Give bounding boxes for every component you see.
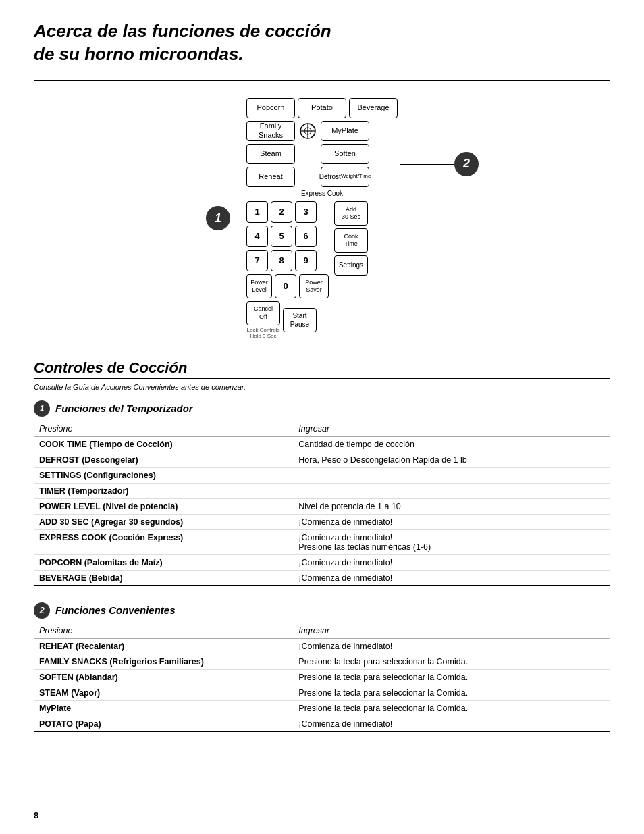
key-6[interactable]: 6 <box>295 226 317 247</box>
press-cell: STEAM (Vapor) <box>34 685 293 700</box>
numpad-row-3: 7 8 9 <box>246 250 329 271</box>
key-4[interactable]: 4 <box>246 226 268 247</box>
cooking-controls-section: Controles de Cocción Consulte la Guía de… <box>34 359 610 732</box>
press-cell: SOFTEN (Ablandar) <box>34 669 293 685</box>
funciones-temporizador-section: 1 Funciones del Temporizador Presione In… <box>34 400 610 586</box>
func1-title: Funciones del Temporizador <box>55 402 193 414</box>
press-cell: COOK TIME (Tiempo de Cocción) <box>34 436 293 452</box>
func1-header: 1 Funciones del Temporizador <box>34 400 610 417</box>
enter-cell <box>293 483 610 498</box>
table-row: MyPlatePresione la tecla para selecciona… <box>34 700 610 716</box>
table-row: STEAM (Vapor)Presione la tecla para sele… <box>34 685 610 700</box>
power-level-key[interactable]: PowerLevel <box>246 274 272 298</box>
enter-cell: Presione la tecla para seleccionar la Co… <box>293 700 610 716</box>
func2-col2: Ingresar <box>293 623 610 638</box>
section-title: Controles de Cocción <box>34 359 610 377</box>
press-cell: POTATO (Papa) <box>34 716 293 731</box>
table-row: BEVERAGE (Bebida)¡Comienza de inmediato! <box>34 570 610 585</box>
badge-2-line <box>400 164 454 165</box>
express-cook-label: Express Cook <box>246 190 398 197</box>
table-row: POWER LEVEL (Nivel de potencia)Nivel de … <box>34 498 610 514</box>
enter-cell: Presione la tecla para seleccionar la Co… <box>293 654 610 669</box>
table-row: DEFROST (Descongelar)Hora, Peso o Descon… <box>34 452 610 467</box>
table-row: POPCORN (Palomitas de Maíz)¡Comienza de … <box>34 554 610 570</box>
keypad-row-3: Steam Soften <box>246 144 398 164</box>
enter-cell: ¡Comienza de inmediato! <box>293 570 610 585</box>
press-cell: POPCORN (Palomitas de Maíz) <box>34 554 293 570</box>
reheat-key[interactable]: Reheat <box>246 167 295 187</box>
potato-key[interactable]: Potato <box>298 98 346 118</box>
table-row: ADD 30 SEC (Agregar 30 segundos)¡Comienz… <box>34 514 610 529</box>
enter-cell: ¡Comienza de inmediato! <box>293 716 610 731</box>
func1-badge: 1 <box>34 400 50 417</box>
key-1[interactable]: 1 <box>246 201 268 223</box>
enter-cell: ¡Comienza de inmediato! <box>293 514 610 529</box>
page-number: 8 <box>34 810 38 820</box>
cook-time-key[interactable]: CookTime <box>334 228 368 253</box>
table-row: FAMILY SNACKS (Refrigerios Familiares)Pr… <box>34 654 610 669</box>
enter-cell: Nivel de potencia de 1 a 10 <box>293 498 610 514</box>
beverage-key[interactable]: Beverage <box>349 98 398 118</box>
table-row: POTATO (Papa)¡Comienza de inmediato! <box>34 716 610 731</box>
press-cell: FAMILY SNACKS (Refrigerios Familiares) <box>34 654 293 669</box>
family-snacks-key[interactable]: Family Snacks <box>246 121 295 141</box>
section-subtitle: Consulte la Guía de Acciones Conveniente… <box>34 383 610 391</box>
myplate-key[interactable]: MyPlate <box>321 121 369 141</box>
func2-col1: Presione <box>34 623 293 638</box>
enter-cell: Hora, Peso o Descongelación Rápida de 1 … <box>293 452 610 467</box>
myplate-icon-key <box>298 121 318 141</box>
soften-key[interactable]: Soften <box>321 144 369 164</box>
cancel-key[interactable]: CancelOff <box>246 301 280 325</box>
key-3[interactable]: 3 <box>295 201 317 223</box>
keypad-row-2: Family Snacks MyPlate <box>246 121 398 141</box>
power-saver-key[interactable]: PowerSaver <box>299 274 329 298</box>
press-cell: DEFROST (Descongelar) <box>34 452 293 467</box>
func1-table: Presione Ingresar COOK TIME (Tiempo de C… <box>34 421 610 586</box>
func2-title: Funciones Convenientes <box>55 604 176 616</box>
func2-badge: 2 <box>34 602 50 619</box>
popcorn-key[interactable]: Popcorn <box>246 98 295 118</box>
numpad-row-4: PowerLevel 0 PowerSaver <box>246 274 329 298</box>
enter-cell <box>293 467 610 483</box>
enter-cell: ¡Comienza de inmediato!Presione las tecl… <box>293 529 610 554</box>
badge-2: 2 <box>454 152 479 176</box>
key-7[interactable]: 7 <box>246 250 268 271</box>
table-row: TIMER (Temporizador) <box>34 483 610 498</box>
key-9[interactable]: 9 <box>295 250 317 271</box>
enter-cell: ¡Comienza de inmediato! <box>293 554 610 570</box>
press-cell: ADD 30 SEC (Agregar 30 segundos) <box>34 514 293 529</box>
table-row: COOK TIME (Tiempo de Cocción)Cantidad de… <box>34 436 610 452</box>
steam-key[interactable]: Steam <box>246 144 295 164</box>
numpad-row-2: 4 5 6 <box>246 226 329 247</box>
key-5[interactable]: 5 <box>271 226 292 247</box>
table-row: EXPRESS COOK (Cocción Express)¡Comienza … <box>34 529 610 554</box>
enter-cell: ¡Comienza de inmediato! <box>293 638 610 654</box>
press-cell: EXPRESS COOK (Cocción Express) <box>34 529 293 554</box>
table-row: REHEAT (Recalentar)¡Comienza de inmediat… <box>34 638 610 654</box>
add30-key[interactable]: Add30 Sec <box>334 201 368 226</box>
key-2[interactable]: 2 <box>271 201 292 223</box>
table-row: SOFTEN (Ablandar)Presione la tecla para … <box>34 669 610 685</box>
numpad-row-1: 1 2 3 <box>246 201 329 223</box>
func1-col2: Ingresar <box>293 421 610 436</box>
badge-1: 1 <box>206 206 230 230</box>
main-title: Acerca de las funciones de cocción de su… <box>34 20 610 81</box>
start-key[interactable]: StartPause <box>283 308 317 332</box>
press-cell: SETTINGS (Configuraciones) <box>34 467 293 483</box>
keypad-row-1: Popcorn Potato Beverage <box>246 98 398 118</box>
myplate-icon <box>299 122 317 140</box>
press-cell: POWER LEVEL (Nivel de potencia) <box>34 498 293 514</box>
key-8[interactable]: 8 <box>271 250 292 271</box>
func2-header: 2 Funciones Convenientes <box>34 602 610 619</box>
table-row: SETTINGS (Configuraciones) <box>34 467 610 483</box>
keypad: Popcorn Potato Beverage Family Snacks <box>246 98 398 339</box>
key-0[interactable]: 0 <box>275 274 296 298</box>
defrost-key[interactable]: Defrost Weight/Time <box>321 167 369 187</box>
func2-table: Presione Ingresar REHEAT (Recalentar)¡Co… <box>34 623 610 732</box>
numpad: 1 2 3 4 5 6 7 8 9 PowerLev <box>246 201 329 298</box>
side-keys: Add30 Sec CookTime Settings <box>334 201 368 298</box>
func1-col1: Presione <box>34 421 293 436</box>
settings-key[interactable]: Settings <box>334 255 368 276</box>
numpad-area: 1 2 3 4 5 6 7 8 9 PowerLev <box>246 201 398 298</box>
press-cell: BEVERAGE (Bebida) <box>34 570 293 585</box>
